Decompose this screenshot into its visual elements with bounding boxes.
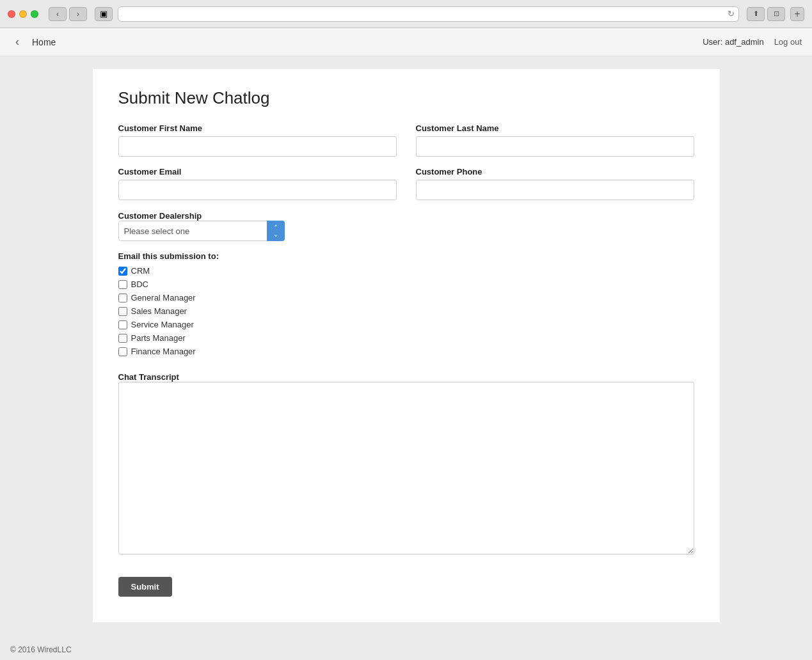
user-prefix: User: — [703, 37, 722, 47]
last-name-input[interactable] — [416, 136, 694, 157]
maximize-button[interactable] — [31, 10, 38, 18]
form-container: Submit New Chatlog Customer First Name C… — [93, 69, 720, 622]
sidebar-toggle-button[interactable]: ▣ — [95, 7, 113, 21]
checkbox-list: CRM BDC General Manager Sales Manager Se… — [118, 266, 694, 356]
finance-manager-checkbox[interactable] — [118, 347, 127, 356]
share-button[interactable]: ⬆ — [747, 7, 765, 21]
fullscreen-button[interactable]: ⊡ — [767, 7, 785, 21]
dealership-label: Customer Dealership — [118, 211, 202, 221]
submit-button[interactable]: Submit — [118, 577, 172, 597]
user-info: User: adf_admin Log out — [703, 37, 802, 47]
email-label: Customer Email — [118, 167, 397, 177]
checkbox-service-manager[interactable]: Service Manager — [118, 320, 694, 329]
email-section-label: Email this submission to: — [118, 251, 694, 261]
dealership-select-wrapper: Please select one ⌃⌄ — [118, 221, 285, 241]
transcript-section: Chat Transcript — [118, 372, 694, 556]
content-wrapper: Submit New Chatlog Customer First Name C… — [0, 56, 812, 640]
first-name-label: Customer First Name — [118, 123, 397, 133]
transcript-label: Chat Transcript — [118, 372, 179, 382]
footer: © 2016 WiredLLC — [0, 640, 812, 660]
first-name-input[interactable] — [118, 136, 397, 157]
transcript-textarea[interactable] — [118, 382, 694, 554]
general-manager-label: General Manager — [131, 293, 196, 302]
page-title: Submit New Chatlog — [118, 88, 694, 108]
address-bar[interactable]: ↻ — [118, 6, 739, 22]
checkbox-general-manager[interactable]: General Manager — [118, 293, 694, 302]
contact-row: Customer Email Customer Phone — [118, 167, 694, 200]
home-link[interactable]: Home — [32, 37, 56, 47]
checkbox-crm[interactable]: CRM — [118, 266, 694, 276]
email-input[interactable] — [118, 180, 397, 200]
app-back-button[interactable]: ‹ — [10, 33, 24, 51]
dealership-section: Customer Dealership Please select one ⌃⌄ — [118, 210, 694, 241]
browser-nav-buttons: ‹ › — [49, 7, 87, 21]
reload-icon[interactable]: ↻ — [728, 9, 735, 19]
service-manager-checkbox[interactable] — [118, 320, 127, 329]
crm-checkbox[interactable] — [118, 267, 127, 276]
service-manager-label: Service Manager — [131, 320, 194, 329]
logout-button[interactable]: Log out — [774, 37, 802, 47]
back-nav-button[interactable]: ‹ — [49, 7, 67, 21]
checkbox-bdc[interactable]: BDC — [118, 279, 694, 289]
phone-input[interactable] — [416, 180, 694, 200]
parts-manager-label: Parts Manager — [131, 333, 186, 343]
email-group: Customer Email — [118, 167, 397, 200]
phone-label: Customer Phone — [416, 167, 694, 177]
general-manager-checkbox[interactable] — [118, 294, 127, 302]
parts-manager-checkbox[interactable] — [118, 334, 127, 343]
copyright-text: © 2016 WiredLLC — [10, 645, 72, 654]
last-name-group: Customer Last Name — [416, 123, 694, 157]
minimize-button[interactable] — [19, 10, 27, 18]
email-section: Email this submission to: CRM BDC Genera… — [118, 251, 694, 356]
new-tab-button[interactable]: + — [790, 7, 804, 21]
traffic-lights — [8, 10, 38, 18]
phone-group: Customer Phone — [416, 167, 694, 200]
finance-manager-label: Finance Manager — [131, 347, 196, 356]
first-name-group: Customer First Name — [118, 123, 397, 157]
sales-manager-checkbox[interactable] — [118, 307, 127, 316]
close-button[interactable] — [8, 10, 15, 18]
browser-actions: ⬆ ⊡ — [747, 7, 785, 21]
checkbox-parts-manager[interactable]: Parts Manager — [118, 333, 694, 343]
bdc-label: BDC — [131, 279, 148, 289]
crm-label: CRM — [131, 266, 150, 276]
name-row: Customer First Name Customer Last Name — [118, 123, 694, 157]
browser-chrome: ‹ › ▣ ↻ ⬆ ⊡ + — [0, 0, 812, 28]
user-display: User: adf_admin — [703, 37, 763, 47]
last-name-label: Customer Last Name — [416, 123, 694, 133]
username-display: adf_admin — [725, 37, 764, 47]
dealership-select[interactable]: Please select one — [118, 221, 285, 241]
checkbox-sales-manager[interactable]: Sales Manager — [118, 306, 694, 316]
sales-manager-label: Sales Manager — [131, 306, 187, 316]
app-nav: ‹ Home User: adf_admin Log out — [0, 28, 812, 56]
bdc-checkbox[interactable] — [118, 280, 127, 289]
forward-nav-button[interactable]: › — [69, 7, 87, 21]
checkbox-finance-manager[interactable]: Finance Manager — [118, 347, 694, 356]
